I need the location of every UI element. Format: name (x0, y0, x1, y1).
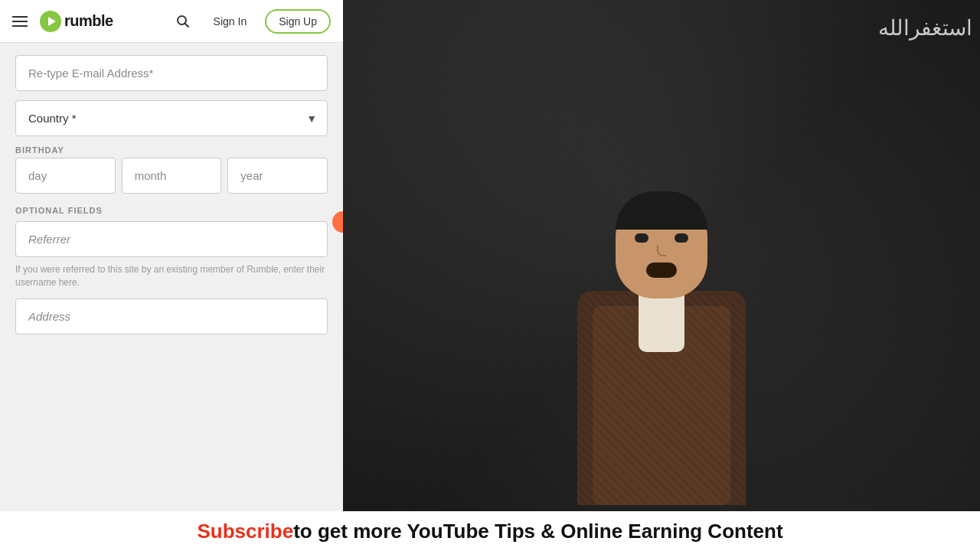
bottom-banner: Subscribe to get more YouTube Tips & Onl… (0, 511, 980, 551)
email-retype-field[interactable] (15, 55, 328, 91)
birthday-day-field[interactable] (15, 158, 116, 194)
hamburger-menu[interactable] (12, 16, 28, 27)
address-field[interactable] (15, 298, 328, 334)
eyes (627, 233, 696, 243)
country-select[interactable]: Country * (15, 100, 328, 136)
face-features (627, 233, 696, 279)
svg-line-3 (185, 23, 188, 27)
logo-text: rumble (64, 12, 113, 30)
signin-button[interactable]: Sign In (207, 11, 253, 32)
rumble-logo-icon (40, 11, 61, 32)
referrer-note: If you were referred to this site by an … (15, 263, 328, 289)
optional-fields-label: OPTIONAL FIELDS (15, 206, 328, 215)
birthday-inputs (15, 158, 328, 194)
birthday-section: BIRTHDAY (15, 145, 328, 194)
banner-rest-text: to get more YouTube Tips & Online Earnin… (293, 520, 782, 543)
search-button[interactable] (171, 9, 195, 34)
arabic-watermark: استغفرالله (878, 15, 972, 41)
birthday-label: BIRTHDAY (15, 145, 328, 155)
form-content: Country * ▼ BIRTHDAY OPTIONAL FIELDS If … (0, 43, 343, 551)
video-panel: استغفرالله (343, 0, 980, 551)
referrer-field[interactable] (15, 221, 328, 257)
shirt-collar (639, 291, 684, 352)
logo-container[interactable]: rumble (40, 11, 113, 32)
beard (646, 262, 677, 278)
form-panel: rumble Sign In Sign Up Country * ▼ (0, 0, 343, 551)
person-hair (616, 191, 707, 230)
site-header: rumble Sign In Sign Up (0, 0, 343, 43)
nose (657, 246, 666, 256)
search-icon (176, 15, 190, 28)
person-figure (577, 191, 746, 505)
person-body (577, 291, 746, 505)
country-select-wrapper: Country * ▼ (15, 100, 328, 136)
birthday-month-field[interactable] (122, 158, 222, 194)
birthday-year-field[interactable] (227, 158, 328, 194)
signup-button[interactable]: Sign Up (265, 9, 331, 34)
subscribe-text: Subscribe (197, 520, 293, 543)
page-layout: rumble Sign In Sign Up Country * ▼ (0, 0, 980, 551)
person-head (616, 191, 707, 298)
video-background: استغفرالله (343, 0, 980, 551)
